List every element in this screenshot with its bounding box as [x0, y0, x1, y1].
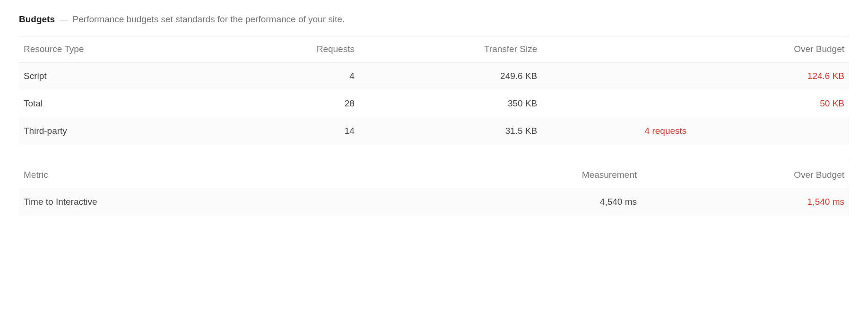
col-over-budget: Over Budget [642, 162, 849, 188]
section-title: Budgets [19, 14, 55, 24]
col-transfer-size: Transfer Size [359, 36, 542, 62]
col-over-budget: Over Budget [691, 36, 849, 62]
cell-over-size [691, 117, 849, 145]
col-resource-type: Resource Type [19, 36, 243, 62]
cell-over-requests: 4 requests [542, 117, 691, 145]
col-requests: Requests [243, 36, 359, 62]
cell-over-requests [542, 62, 691, 90]
cell-resource-type: Third-party [19, 117, 243, 145]
table-row: Total 28 350 KB 50 KB [19, 90, 849, 117]
cell-over-size: 50 KB [691, 90, 849, 117]
cell-requests: 28 [243, 90, 359, 117]
cell-transfer-size: 31.5 KB [359, 117, 542, 145]
col-measurement: Measurement [434, 162, 642, 188]
section-header: Budgets — Performance budgets set standa… [19, 14, 849, 25]
cell-resource-type: Total [19, 90, 243, 117]
section-description: Performance budgets set standards for th… [73, 14, 345, 24]
table-row: Time to Interactive 4,540 ms 1,540 ms [19, 188, 849, 216]
cell-over-budget: 1,540 ms [642, 188, 849, 216]
cell-metric: Time to Interactive [19, 188, 434, 216]
col-metric: Metric [19, 162, 434, 188]
table-row: Script 4 249.6 KB 124.6 KB [19, 62, 849, 90]
table-row: Third-party 14 31.5 KB 4 requests [19, 117, 849, 145]
header-separator: — [59, 14, 68, 24]
cell-measurement: 4,540 ms [434, 188, 642, 216]
cell-over-size: 124.6 KB [691, 62, 849, 90]
cell-over-requests [542, 90, 691, 117]
col-over-budget-spacer [542, 36, 691, 62]
cell-requests: 4 [243, 62, 359, 90]
cell-transfer-size: 350 KB [359, 90, 542, 117]
cell-resource-type: Script [19, 62, 243, 90]
metric-budget-table: Metric Measurement Over Budget Time to I… [19, 162, 849, 216]
cell-requests: 14 [243, 117, 359, 145]
cell-transfer-size: 249.6 KB [359, 62, 542, 90]
resource-budget-table: Resource Type Requests Transfer Size Ove… [19, 36, 849, 145]
